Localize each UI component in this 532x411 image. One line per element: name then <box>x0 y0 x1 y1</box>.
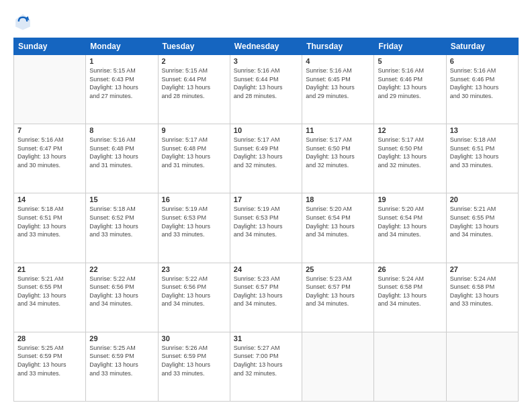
day-info: Sunrise: 5:22 AM Sunset: 6:56 PM Dayligh… <box>162 275 226 308</box>
day-info: Sunrise: 5:16 AM Sunset: 6:48 PM Dayligh… <box>89 136 154 169</box>
calendar-cell: 8Sunrise: 5:16 AM Sunset: 6:48 PM Daylig… <box>86 124 158 193</box>
day-info: Sunrise: 5:19 AM Sunset: 6:53 PM Dayligh… <box>234 205 298 238</box>
calendar-cell <box>302 332 374 401</box>
calendar-cell: 17Sunrise: 5:19 AM Sunset: 6:53 PM Dayli… <box>230 193 302 263</box>
day-number: 1 <box>89 57 154 65</box>
calendar-week-5: 28Sunrise: 5:25 AM Sunset: 6:59 PM Dayli… <box>14 332 519 401</box>
calendar-week-4: 21Sunrise: 5:21 AM Sunset: 6:55 PM Dayli… <box>14 263 519 332</box>
day-info: Sunrise: 5:15 AM Sunset: 6:43 PM Dayligh… <box>89 66 154 100</box>
calendar-cell: 24Sunrise: 5:23 AM Sunset: 6:57 PM Dayli… <box>230 263 302 332</box>
calendar-cell: 30Sunrise: 5:26 AM Sunset: 6:59 PM Dayli… <box>158 332 230 401</box>
day-number: 15 <box>89 195 154 203</box>
calendar-cell: 3Sunrise: 5:16 AM Sunset: 6:44 PM Daylig… <box>230 55 302 124</box>
calendar-cell: 23Sunrise: 5:22 AM Sunset: 6:56 PM Dayli… <box>158 263 230 332</box>
day-info: Sunrise: 5:17 AM Sunset: 6:50 PM Dayligh… <box>378 136 442 169</box>
day-number: 30 <box>162 334 226 342</box>
calendar-week-3: 14Sunrise: 5:18 AM Sunset: 6:51 PM Dayli… <box>14 193 519 263</box>
logo <box>13 12 35 31</box>
day-info: Sunrise: 5:25 AM Sunset: 6:59 PM Dayligh… <box>17 344 82 377</box>
calendar-cell: 20Sunrise: 5:21 AM Sunset: 6:55 PM Dayli… <box>446 193 518 263</box>
day-number: 8 <box>89 126 154 134</box>
calendar-cell: 1Sunrise: 5:15 AM Sunset: 6:43 PM Daylig… <box>86 55 158 124</box>
day-number: 17 <box>234 195 298 203</box>
day-number: 23 <box>162 265 226 273</box>
day-number: 13 <box>450 126 515 134</box>
page: SundayMondayTuesdayWednesdayThursdayFrid… <box>0 0 532 411</box>
day-info: Sunrise: 5:19 AM Sunset: 6:53 PM Dayligh… <box>162 205 226 238</box>
day-info: Sunrise: 5:18 AM Sunset: 6:51 PM Dayligh… <box>17 205 82 238</box>
day-number: 20 <box>450 195 515 203</box>
day-info: Sunrise: 5:17 AM Sunset: 6:48 PM Dayligh… <box>162 136 226 169</box>
day-info: Sunrise: 5:16 AM Sunset: 6:46 PM Dayligh… <box>450 66 515 100</box>
day-number: 7 <box>17 126 82 134</box>
calendar-cell: 29Sunrise: 5:25 AM Sunset: 6:59 PM Dayli… <box>86 332 158 401</box>
day-info: Sunrise: 5:16 AM Sunset: 6:45 PM Dayligh… <box>306 66 370 100</box>
calendar-cell: 11Sunrise: 5:17 AM Sunset: 6:50 PM Dayli… <box>302 124 374 193</box>
day-info: Sunrise: 5:23 AM Sunset: 6:57 PM Dayligh… <box>234 275 298 308</box>
day-info: Sunrise: 5:25 AM Sunset: 6:59 PM Dayligh… <box>89 344 154 377</box>
calendar-cell: 4Sunrise: 5:16 AM Sunset: 6:45 PM Daylig… <box>302 55 374 124</box>
calendar-week-2: 7Sunrise: 5:16 AM Sunset: 6:47 PM Daylig… <box>14 124 519 193</box>
calendar-cell <box>14 55 86 124</box>
calendar-table: SundayMondayTuesdayWednesdayThursdayFrid… <box>13 38 519 402</box>
day-info: Sunrise: 5:24 AM Sunset: 6:58 PM Dayligh… <box>450 275 515 308</box>
weekday-header-wednesday: Wednesday <box>230 38 302 55</box>
day-info: Sunrise: 5:24 AM Sunset: 6:58 PM Dayligh… <box>378 275 442 308</box>
calendar-cell: 16Sunrise: 5:19 AM Sunset: 6:53 PM Dayli… <box>158 193 230 263</box>
calendar-cell: 5Sunrise: 5:16 AM Sunset: 6:46 PM Daylig… <box>374 55 446 124</box>
day-number: 4 <box>306 57 370 65</box>
weekday-header-friday: Friday <box>374 38 446 55</box>
calendar-cell: 18Sunrise: 5:20 AM Sunset: 6:54 PM Dayli… <box>302 193 374 263</box>
calendar-cell: 19Sunrise: 5:20 AM Sunset: 6:54 PM Dayli… <box>374 193 446 263</box>
weekday-header-saturday: Saturday <box>446 38 518 55</box>
day-info: Sunrise: 5:27 AM Sunset: 7:00 PM Dayligh… <box>234 344 298 377</box>
weekday-header-row: SundayMondayTuesdayWednesdayThursdayFrid… <box>14 38 519 55</box>
calendar-cell: 28Sunrise: 5:25 AM Sunset: 6:59 PM Dayli… <box>14 332 86 401</box>
calendar-cell: 6Sunrise: 5:16 AM Sunset: 6:46 PM Daylig… <box>446 55 518 124</box>
day-number: 21 <box>17 265 82 273</box>
calendar-cell <box>374 332 446 401</box>
calendar-cell: 12Sunrise: 5:17 AM Sunset: 6:50 PM Dayli… <box>374 124 446 193</box>
day-number: 10 <box>234 126 298 134</box>
day-number: 19 <box>378 195 442 203</box>
day-number: 25 <box>306 265 370 273</box>
day-number: 24 <box>234 265 298 273</box>
day-info: Sunrise: 5:26 AM Sunset: 6:59 PM Dayligh… <box>162 344 226 377</box>
day-number: 26 <box>378 265 442 273</box>
calendar-cell: 31Sunrise: 5:27 AM Sunset: 7:00 PM Dayli… <box>230 332 302 401</box>
day-number: 29 <box>89 334 154 342</box>
day-number: 9 <box>162 126 226 134</box>
weekday-header-thursday: Thursday <box>302 38 374 55</box>
calendar-cell: 7Sunrise: 5:16 AM Sunset: 6:47 PM Daylig… <box>14 124 86 193</box>
day-number: 2 <box>162 57 226 65</box>
day-info: Sunrise: 5:22 AM Sunset: 6:56 PM Dayligh… <box>89 275 154 308</box>
day-info: Sunrise: 5:17 AM Sunset: 6:49 PM Dayligh… <box>234 136 298 169</box>
day-number: 22 <box>89 265 154 273</box>
day-info: Sunrise: 5:20 AM Sunset: 6:54 PM Dayligh… <box>378 205 442 238</box>
header <box>13 12 519 31</box>
calendar-cell: 10Sunrise: 5:17 AM Sunset: 6:49 PM Dayli… <box>230 124 302 193</box>
day-info: Sunrise: 5:21 AM Sunset: 6:55 PM Dayligh… <box>17 275 82 308</box>
calendar-cell <box>446 332 518 401</box>
calendar-cell: 14Sunrise: 5:18 AM Sunset: 6:51 PM Dayli… <box>14 193 86 263</box>
day-number: 14 <box>17 195 82 203</box>
day-number: 11 <box>306 126 370 134</box>
calendar-cell: 26Sunrise: 5:24 AM Sunset: 6:58 PM Dayli… <box>374 263 446 332</box>
day-info: Sunrise: 5:20 AM Sunset: 6:54 PM Dayligh… <box>306 205 370 238</box>
day-number: 3 <box>234 57 298 65</box>
day-info: Sunrise: 5:23 AM Sunset: 6:57 PM Dayligh… <box>306 275 370 308</box>
day-info: Sunrise: 5:17 AM Sunset: 6:50 PM Dayligh… <box>306 136 370 169</box>
day-number: 18 <box>306 195 370 203</box>
day-info: Sunrise: 5:18 AM Sunset: 6:51 PM Dayligh… <box>450 136 515 169</box>
calendar-week-1: 1Sunrise: 5:15 AM Sunset: 6:43 PM Daylig… <box>14 55 519 124</box>
day-info: Sunrise: 5:16 AM Sunset: 6:47 PM Dayligh… <box>17 136 82 169</box>
day-info: Sunrise: 5:21 AM Sunset: 6:55 PM Dayligh… <box>450 205 515 238</box>
day-number: 5 <box>378 57 442 65</box>
calendar-cell: 27Sunrise: 5:24 AM Sunset: 6:58 PM Dayli… <box>446 263 518 332</box>
calendar-cell: 22Sunrise: 5:22 AM Sunset: 6:56 PM Dayli… <box>86 263 158 332</box>
logo-icon <box>13 12 32 31</box>
calendar-cell: 9Sunrise: 5:17 AM Sunset: 6:48 PM Daylig… <box>158 124 230 193</box>
calendar-cell: 2Sunrise: 5:15 AM Sunset: 6:44 PM Daylig… <box>158 55 230 124</box>
weekday-header-monday: Monday <box>86 38 158 55</box>
calendar-cell: 15Sunrise: 5:18 AM Sunset: 6:52 PM Dayli… <box>86 193 158 263</box>
